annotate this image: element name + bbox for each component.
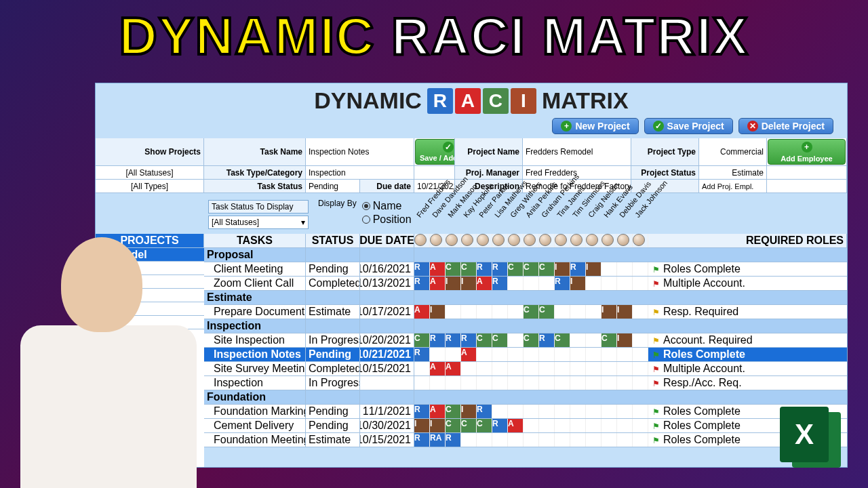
raci-cell[interactable] xyxy=(601,433,617,447)
raci-cell[interactable]: R xyxy=(492,277,508,290)
raci-cell[interactable] xyxy=(633,348,648,361)
task-name-value[interactable]: Inspection Notes xyxy=(306,138,414,165)
raci-cell[interactable]: R xyxy=(446,433,461,447)
save-add-task-button[interactable]: ✓Save / Add Task xyxy=(415,139,455,165)
raci-cell[interactable]: A xyxy=(430,362,446,375)
project-name-value[interactable]: Fredders Remodel xyxy=(523,138,631,165)
raci-cell[interactable]: I xyxy=(446,277,461,290)
raci-cell[interactable] xyxy=(508,305,524,319)
raci-cell[interactable] xyxy=(570,348,586,361)
raci-cell[interactable] xyxy=(617,433,633,447)
raci-cell[interactable] xyxy=(539,405,555,418)
raci-cell[interactable] xyxy=(461,305,477,319)
raci-cell[interactable] xyxy=(555,348,570,361)
raci-cell[interactable] xyxy=(539,362,555,375)
project-type-value[interactable]: Commercial xyxy=(699,138,767,165)
raci-cell[interactable] xyxy=(570,405,586,418)
raci-cell[interactable] xyxy=(555,419,570,432)
raci-cell[interactable]: I xyxy=(601,305,617,319)
avatar[interactable] xyxy=(539,234,555,247)
raci-cell[interactable]: I xyxy=(586,262,601,276)
task-row[interactable]: Cement DeliveryPending10/30/2021IICCCRA⚑… xyxy=(204,419,847,433)
raci-cell[interactable] xyxy=(492,362,508,375)
raci-cell[interactable] xyxy=(601,262,617,276)
raci-cell[interactable]: A xyxy=(477,277,492,290)
raci-cell[interactable] xyxy=(524,433,539,447)
raci-cell[interactable]: R xyxy=(477,262,492,276)
raci-cell[interactable] xyxy=(555,305,570,319)
raci-cell[interactable] xyxy=(617,277,633,290)
raci-cell[interactable]: R xyxy=(414,405,430,418)
raci-cell[interactable] xyxy=(430,376,446,390)
raci-cell[interactable]: R xyxy=(539,333,555,347)
raci-cell[interactable]: I xyxy=(617,305,633,319)
avatar[interactable] xyxy=(524,234,539,247)
raci-cell[interactable] xyxy=(446,348,461,361)
avatar[interactable] xyxy=(617,234,633,247)
raci-cell[interactable]: A xyxy=(430,405,446,418)
raci-cell[interactable]: R xyxy=(414,433,430,447)
avatar[interactable] xyxy=(508,234,524,247)
raci-cell[interactable] xyxy=(601,405,617,418)
raci-cell[interactable] xyxy=(617,348,633,361)
raci-cell[interactable] xyxy=(508,376,524,390)
task-row[interactable]: Foundation MarkingPending11/1/2021RACIR⚑… xyxy=(204,405,847,419)
save-project-button[interactable]: ✓Save Project xyxy=(644,118,733,134)
raci-cell[interactable] xyxy=(477,362,492,375)
raci-cell[interactable]: I xyxy=(430,305,446,319)
raci-cell[interactable] xyxy=(555,362,570,375)
raci-cell[interactable] xyxy=(492,305,508,319)
raci-cell[interactable] xyxy=(617,362,633,375)
raci-cell[interactable] xyxy=(633,262,648,276)
raci-cell[interactable]: C xyxy=(477,333,492,347)
raci-cell[interactable] xyxy=(601,348,617,361)
raci-cell[interactable] xyxy=(477,376,492,390)
raci-cell[interactable] xyxy=(586,433,601,447)
raci-cell[interactable] xyxy=(477,348,492,361)
filter-status[interactable]: [All Statuses] xyxy=(96,166,204,179)
raci-cell[interactable] xyxy=(477,305,492,319)
raci-cell[interactable] xyxy=(570,362,586,375)
avatar[interactable] xyxy=(586,234,601,247)
raci-cell[interactable] xyxy=(461,376,477,390)
raci-cell[interactable]: R xyxy=(492,419,508,432)
task-row[interactable]: Prepare DocumentsEstimate10/17/2021AICCI… xyxy=(204,305,847,319)
raci-cell[interactable] xyxy=(586,348,601,361)
raci-cell[interactable] xyxy=(633,405,648,418)
raci-cell[interactable] xyxy=(617,405,633,418)
display-by-name-radio[interactable]: Name xyxy=(362,200,412,212)
raci-cell[interactable] xyxy=(570,333,586,347)
avatar[interactable] xyxy=(477,234,492,247)
raci-cell[interactable]: I xyxy=(617,333,633,347)
raci-cell[interactable]: C xyxy=(524,305,539,319)
task-row[interactable]: Foundation MeetingEstimate10/15/2021RRAR… xyxy=(204,433,847,447)
raci-cell[interactable] xyxy=(539,433,555,447)
raci-cell[interactable] xyxy=(524,376,539,390)
task-row[interactable]: Client MeetingPending10/16/2021RACCRRCCC… xyxy=(204,262,847,277)
add-employee-button[interactable]: +Add Employee xyxy=(768,139,846,165)
raci-cell[interactable] xyxy=(555,433,570,447)
raci-cell[interactable]: C xyxy=(524,333,539,347)
raci-cell[interactable] xyxy=(555,405,570,418)
raci-cell[interactable] xyxy=(539,348,555,361)
task-row[interactable]: Site InspectionIn Progress10/20/2021CRRR… xyxy=(204,333,847,348)
raci-cell[interactable] xyxy=(539,277,555,290)
avatar[interactable] xyxy=(446,234,461,247)
raci-cell[interactable] xyxy=(633,376,648,390)
raci-cell[interactable] xyxy=(524,419,539,432)
raci-cell[interactable]: A xyxy=(508,419,524,432)
raci-cell[interactable]: C xyxy=(446,419,461,432)
raci-cell[interactable]: R xyxy=(477,405,492,418)
raci-cell[interactable]: A xyxy=(446,362,461,375)
raci-cell[interactable] xyxy=(570,376,586,390)
task-status-dropdown[interactable]: [All Statuses]▾ xyxy=(208,216,309,229)
raci-cell[interactable] xyxy=(586,333,601,347)
raci-cell[interactable] xyxy=(508,362,524,375)
proj-status-value[interactable]: Estimate xyxy=(699,166,767,179)
raci-cell[interactable] xyxy=(601,277,617,290)
raci-cell[interactable] xyxy=(539,376,555,390)
task-row[interactable]: Zoom Client CallCompleted10/13/2021RAIIA… xyxy=(204,277,847,291)
raci-cell[interactable] xyxy=(539,419,555,432)
raci-cell[interactable]: R xyxy=(414,348,430,361)
raci-cell[interactable]: I xyxy=(430,419,446,432)
